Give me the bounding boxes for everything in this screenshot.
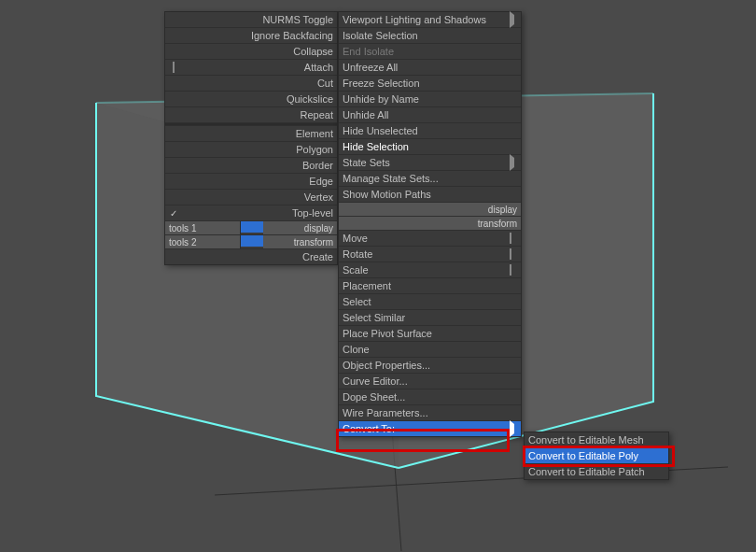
menu-item-label: Convert to Editable Patch bbox=[528, 466, 653, 477]
submenu-arrow-icon bbox=[510, 11, 514, 28]
menu-item[interactable]: State Sets bbox=[339, 155, 521, 171]
menu-item[interactable]: Manage State Sets... bbox=[339, 171, 521, 187]
quad-center-icon bbox=[241, 235, 252, 247]
quad-title-right: display bbox=[339, 203, 521, 216]
menu-item[interactable]: Convert to Editable Poly bbox=[525, 448, 668, 464]
menu-item-label: Select Similar bbox=[343, 312, 506, 323]
menu-item-label: Object Properties... bbox=[343, 360, 506, 371]
menu-item[interactable]: Curve Editor... bbox=[339, 374, 521, 389]
quad-title-right: display bbox=[263, 221, 338, 234]
menu-item[interactable]: Show Motion Paths bbox=[339, 187, 521, 203]
menu-item-label: Border bbox=[180, 160, 333, 171]
menu-item-label: Hide Selection bbox=[343, 141, 506, 152]
menu-item-label: Convert To: bbox=[343, 423, 506, 434]
menu-item-label: Repeat bbox=[180, 109, 333, 120]
menu-item-label: Edge bbox=[180, 176, 333, 187]
menu-item[interactable]: Wire Parameters... bbox=[339, 405, 521, 421]
menu-item-label: State Sets bbox=[343, 157, 506, 168]
menu-item[interactable]: Cut bbox=[165, 76, 337, 92]
menu-item[interactable]: Rotate bbox=[339, 247, 521, 262]
menu-item-label: Convert to Editable Poly bbox=[528, 450, 653, 461]
quad-menu-title-row: display bbox=[339, 203, 521, 217]
menu-item: End Isolate bbox=[339, 44, 521, 60]
menu-item[interactable]: Object Properties... bbox=[339, 358, 521, 374]
menu-item[interactable]: Placement bbox=[339, 278, 521, 294]
menu-item[interactable]: Dope Sheet... bbox=[339, 389, 521, 405]
menu-item-label: Polygon bbox=[180, 144, 333, 155]
menu-item[interactable]: Clone bbox=[339, 342, 521, 358]
menu-item[interactable]: Freeze Selection bbox=[339, 76, 521, 92]
menu-item[interactable]: Scale bbox=[339, 262, 521, 278]
quad-title-right: transform bbox=[339, 217, 521, 230]
menu-item[interactable]: Polygon bbox=[165, 142, 337, 158]
menu-item[interactable]: Top-level bbox=[165, 205, 337, 221]
dialog-icon bbox=[510, 248, 511, 260]
menu-item-label: End Isolate bbox=[343, 46, 506, 57]
quad-menu-title-row: transform bbox=[339, 217, 521, 231]
quad-menu-left[interactable]: NURMS ToggleIgnore BackfacingCollapseAtt… bbox=[164, 11, 338, 265]
menu-item-label: Element bbox=[180, 128, 333, 139]
quad-menu-title-row: tools 2transform bbox=[165, 235, 337, 249]
menu-item[interactable]: Quickslice bbox=[165, 92, 337, 107]
menu-item-label: Create bbox=[180, 251, 333, 262]
menu-item[interactable]: Collapse bbox=[165, 44, 337, 60]
quad-title-right: transform bbox=[263, 235, 338, 248]
convert-to-submenu[interactable]: Convert to Editable MeshConvert to Edita… bbox=[524, 432, 669, 480]
menu-item[interactable]: Convert to Editable Patch bbox=[525, 464, 668, 479]
menu-item[interactable]: Unhide All bbox=[339, 107, 521, 123]
menu-item-label: Scale bbox=[343, 264, 506, 276]
dialog-icon bbox=[173, 62, 175, 73]
menu-item-label: Isolate Selection bbox=[343, 30, 506, 41]
menu-item[interactable]: Create bbox=[165, 249, 337, 264]
submenu-arrow-icon bbox=[510, 154, 514, 171]
menu-item[interactable]: Attach bbox=[165, 60, 337, 76]
menu-item[interactable]: Viewport Lighting and Shadows bbox=[339, 12, 521, 28]
quad-menu-title-row: tools 1display bbox=[165, 221, 337, 235]
menu-item[interactable]: Unfreeze All bbox=[339, 60, 521, 76]
menu-item-label: Curve Editor... bbox=[343, 375, 506, 387]
menu-item[interactable]: Vertex bbox=[165, 190, 337, 205]
menu-item-label: Cut bbox=[180, 78, 333, 89]
menu-item-label: Unhide by Name bbox=[343, 93, 506, 105]
menu-item[interactable]: Convert To: bbox=[339, 421, 521, 436]
menu-item[interactable]: Repeat bbox=[165, 107, 337, 123]
menu-item[interactable]: Unhide by Name bbox=[339, 92, 521, 107]
menu-item-label: Convert to Editable Mesh bbox=[528, 434, 653, 446]
menu-item[interactable]: Hide Selection bbox=[339, 139, 521, 155]
menu-item[interactable]: Move bbox=[339, 231, 521, 247]
menu-item-label: Hide Unselected bbox=[343, 125, 506, 136]
quad-center-icon bbox=[252, 235, 263, 247]
menu-item[interactable]: Ignore Backfacing bbox=[165, 28, 337, 44]
menu-item[interactable]: Convert to Editable Mesh bbox=[525, 432, 668, 448]
menu-item-label: Freeze Selection bbox=[343, 78, 506, 89]
menu-item-label: Attach bbox=[180, 62, 333, 73]
menu-item[interactable]: Element bbox=[165, 126, 337, 142]
menu-item[interactable]: Place Pivot Surface bbox=[339, 326, 521, 342]
menu-item-label: Place Pivot Surface bbox=[343, 328, 506, 339]
menu-item[interactable]: NURMS Toggle bbox=[165, 12, 337, 28]
submenu-arrow-icon bbox=[510, 420, 514, 437]
dialog-icon bbox=[510, 264, 511, 276]
menu-item[interactable]: Isolate Selection bbox=[339, 28, 521, 44]
menu-item-label: Dope Sheet... bbox=[343, 391, 506, 403]
check-icon bbox=[169, 208, 180, 219]
menu-item-label: Wire Parameters... bbox=[343, 407, 506, 418]
menu-item-label: Collapse bbox=[180, 46, 333, 57]
dialog-icon bbox=[510, 233, 511, 244]
menu-item-label: Quickslice bbox=[180, 93, 333, 105]
menu-item-label: Unfreeze All bbox=[343, 62, 506, 73]
menu-item[interactable]: Select bbox=[339, 294, 521, 310]
menu-item-label: NURMS Toggle bbox=[180, 14, 333, 25]
quad-title-left: tools 2 bbox=[165, 235, 241, 248]
quad-title-left: tools 1 bbox=[165, 221, 241, 234]
menu-item-label: Move bbox=[343, 233, 506, 244]
menu-item[interactable]: Edge bbox=[165, 174, 337, 190]
menu-item-label: Clone bbox=[343, 344, 506, 355]
quad-menu-right[interactable]: Viewport Lighting and ShadowsIsolate Sel… bbox=[338, 11, 522, 437]
menu-item[interactable]: Select Similar bbox=[339, 310, 521, 326]
menu-item-label: Top-level bbox=[180, 207, 333, 219]
menu-item[interactable]: Hide Unselected bbox=[339, 123, 521, 139]
menu-item-label: Show Motion Paths bbox=[343, 189, 506, 200]
menu-item-label: Ignore Backfacing bbox=[180, 30, 333, 41]
menu-item[interactable]: Border bbox=[165, 158, 337, 174]
